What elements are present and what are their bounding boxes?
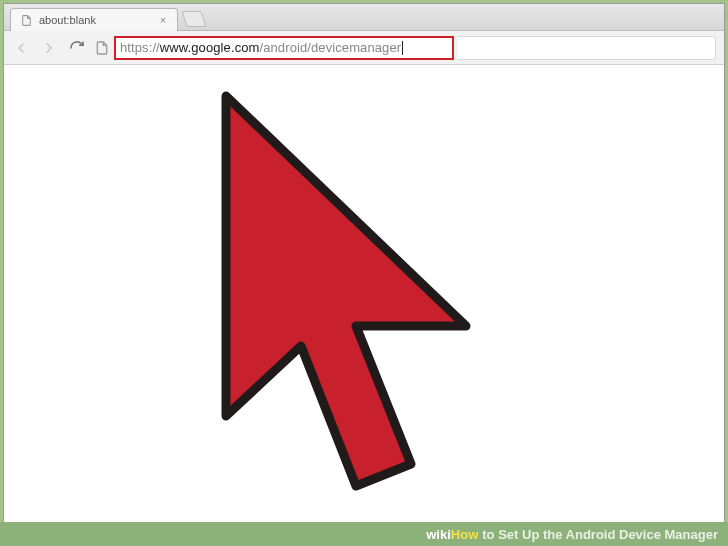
back-button[interactable] xyxy=(12,39,30,57)
page-content xyxy=(4,66,724,542)
url-path: /android/devicemanager xyxy=(260,40,402,55)
address-text: https://www.google.com/android/deviceman… xyxy=(120,40,403,56)
article-title: to Set Up the Android Device Manager xyxy=(482,527,718,542)
tab-strip: about:blank × xyxy=(4,4,724,31)
tab-title: about:blank xyxy=(39,14,151,26)
url-domain: www.google.com xyxy=(160,40,260,55)
browser-tab[interactable]: about:blank × xyxy=(10,8,178,31)
brand-wiki: wiki xyxy=(426,527,451,542)
page-icon xyxy=(19,13,33,27)
browser-window: about:blank × xyxy=(3,3,725,543)
text-caret xyxy=(402,41,403,55)
toolbar: https://www.google.com/android/deviceman… xyxy=(4,31,724,65)
url-protocol: https:// xyxy=(120,40,160,55)
page-icon xyxy=(94,40,110,56)
brand-how: How xyxy=(451,527,478,542)
address-highlight-box: https://www.google.com/android/deviceman… xyxy=(114,36,454,60)
reload-button[interactable] xyxy=(68,39,86,57)
tab-close-icon[interactable]: × xyxy=(157,14,169,26)
forward-button[interactable] xyxy=(40,39,58,57)
attribution-footer: wikiHow to Set Up the Android Device Man… xyxy=(0,522,728,546)
address-bar-remainder[interactable] xyxy=(458,36,716,60)
nav-buttons xyxy=(12,39,86,57)
address-bar[interactable]: https://www.google.com/android/deviceman… xyxy=(94,36,716,60)
new-tab-button[interactable] xyxy=(181,11,206,27)
